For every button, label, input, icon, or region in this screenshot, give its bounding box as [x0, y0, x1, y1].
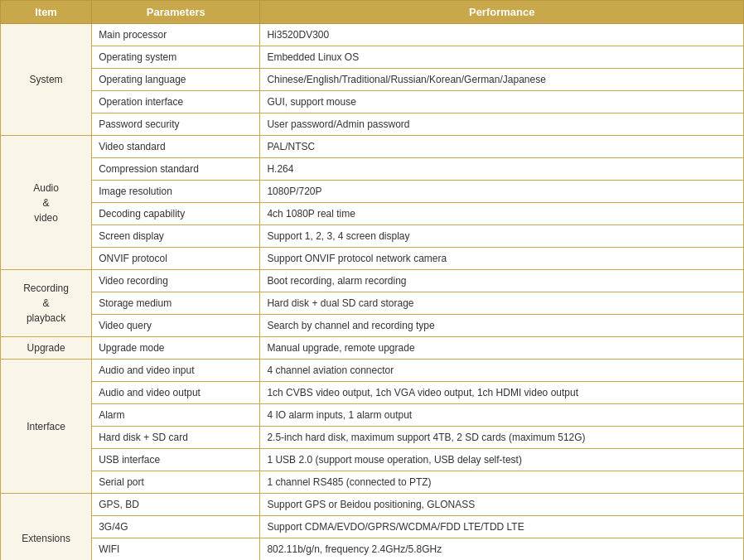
table-row: ONVIF protocolSupport ONVIF protocol net… [1, 248, 744, 270]
table-row: Decoding capability4ch 1080P real time [1, 203, 744, 225]
perf-cell: Chinese/English/Traditional/Russian/Kore… [260, 69, 744, 91]
header-item: Item [1, 1, 92, 24]
param-cell: Operating system [92, 46, 260, 69]
perf-cell: 4ch 1080P real time [260, 203, 744, 225]
table-row: Audio & videoVideo standardPAL/NTSC [1, 136, 744, 158]
param-cell: Audio and video input [92, 360, 260, 382]
param-cell: Decoding capability [92, 203, 260, 225]
perf-cell: 1 channel RS485 (connected to PTZ) [260, 471, 744, 494]
perf-cell: 4 IO alarm inputs, 1 alarm output [260, 404, 744, 427]
param-cell: Audio and video output [92, 382, 260, 404]
table-row: Serial port1 channel RS485 (connected to… [1, 471, 744, 494]
param-cell: 3G/4G [92, 516, 260, 538]
table-row: Recording & playbackVideo recordingBoot … [1, 270, 744, 292]
perf-cell: PAL/NTSC [260, 136, 744, 158]
param-cell: Screen display [92, 225, 260, 248]
item-cell-upgrade: Upgrade [1, 337, 92, 360]
perf-cell: Support CDMA/EVDO/GPRS/WCDMA/FDD LTE/TDD… [260, 516, 744, 538]
perf-cell: 4 channel aviation connector [260, 360, 744, 382]
param-cell: Video recording [92, 270, 260, 292]
table-row: UpgradeUpgrade modeManual upgrade, remot… [1, 337, 744, 360]
perf-cell: Boot recording, alarm recording [260, 270, 744, 292]
item-cell-extensions: Extensions [1, 494, 92, 561]
param-cell: Upgrade mode [92, 337, 260, 360]
table-row: Hard disk + SD card2.5-inch hard disk, m… [1, 427, 744, 449]
table-row: WIFI802.11b/g/n, frequency 2.4GHz/5.8GHz [1, 538, 744, 561]
table-row: Operation interfaceGUI, support mouse [1, 91, 744, 113]
perf-cell: 802.11b/g/n, frequency 2.4GHz/5.8GHz [260, 538, 744, 561]
perf-cell: Support 1, 2, 3, 4 screen display [260, 225, 744, 248]
table-row: USB interface1 USB 2.0 (support mouse op… [1, 449, 744, 471]
perf-cell: 2.5-inch hard disk, maximum support 4TB,… [260, 427, 744, 449]
perf-cell: 1ch CVBS video output, 1ch VGA video out… [260, 382, 744, 404]
item-cell-recording-&-playback: Recording & playback [1, 270, 92, 337]
param-cell: Serial port [92, 471, 260, 494]
perf-cell: Hard disk + dual SD card storage [260, 292, 744, 315]
specs-table: Item Parameters Performance SystemMain p… [0, 0, 744, 560]
perf-cell: Embedded Linux OS [260, 46, 744, 69]
param-cell: GPS, BD [92, 494, 260, 516]
param-cell: Alarm [92, 404, 260, 427]
table-row: Operating languageChinese/English/Tradit… [1, 69, 744, 91]
perf-cell: Support ONVIF protocol network camera [260, 248, 744, 270]
header-performance: Performance [260, 1, 744, 24]
table-row: Storage mediumHard disk + dual SD card s… [1, 292, 744, 315]
table-row: Password securityUser password/Admin pas… [1, 113, 744, 136]
perf-cell: Search by channel and recording type [260, 315, 744, 337]
table-row: Compression standardH.264 [1, 158, 744, 181]
perf-cell: 1080P/720P [260, 181, 744, 203]
perf-cell: Manual upgrade, remote upgrade [260, 337, 744, 360]
table-row: 3G/4GSupport CDMA/EVDO/GPRS/WCDMA/FDD LT… [1, 516, 744, 538]
perf-cell: User password/Admin password [260, 113, 744, 136]
param-cell: WIFI [92, 538, 260, 561]
perf-cell: H.264 [260, 158, 744, 181]
param-cell: Video standard [92, 136, 260, 158]
perf-cell: 1 USB 2.0 (support mouse operation, USB … [260, 449, 744, 471]
table-row: ExtensionsGPS, BDSupport GPS or Beidou p… [1, 494, 744, 516]
param-cell: Main processor [92, 24, 260, 46]
param-cell: USB interface [92, 449, 260, 471]
table-row: InterfaceAudio and video input4 channel … [1, 360, 744, 382]
param-cell: Storage medium [92, 292, 260, 315]
perf-cell: Support GPS or Beidou positioning, GLONA… [260, 494, 744, 516]
table-row: Audio and video output1ch CVBS video out… [1, 382, 744, 404]
table-row: Video querySearch by channel and recordi… [1, 315, 744, 337]
item-cell-system: System [1, 24, 92, 136]
table-row: Image resolution1080P/720P [1, 181, 744, 203]
param-cell: Operation interface [92, 91, 260, 113]
perf-cell: GUI, support mouse [260, 91, 744, 113]
table-row: Alarm4 IO alarm inputs, 1 alarm output [1, 404, 744, 427]
header-parameters: Parameters [92, 1, 260, 24]
param-cell: Video query [92, 315, 260, 337]
param-cell: Image resolution [92, 181, 260, 203]
table-row: Operating systemEmbedded Linux OS [1, 46, 744, 69]
perf-cell: Hi3520DV300 [260, 24, 744, 46]
param-cell: Hard disk + SD card [92, 427, 260, 449]
item-cell-interface: Interface [1, 360, 92, 494]
param-cell: Operating language [92, 69, 260, 91]
param-cell: Compression standard [92, 158, 260, 181]
item-cell-audio-&-video: Audio & video [1, 136, 92, 270]
param-cell: Password security [92, 113, 260, 136]
table-row: SystemMain processorHi3520DV300 [1, 24, 744, 46]
param-cell: ONVIF protocol [92, 248, 260, 270]
table-row: Screen displaySupport 1, 2, 3, 4 screen … [1, 225, 744, 248]
